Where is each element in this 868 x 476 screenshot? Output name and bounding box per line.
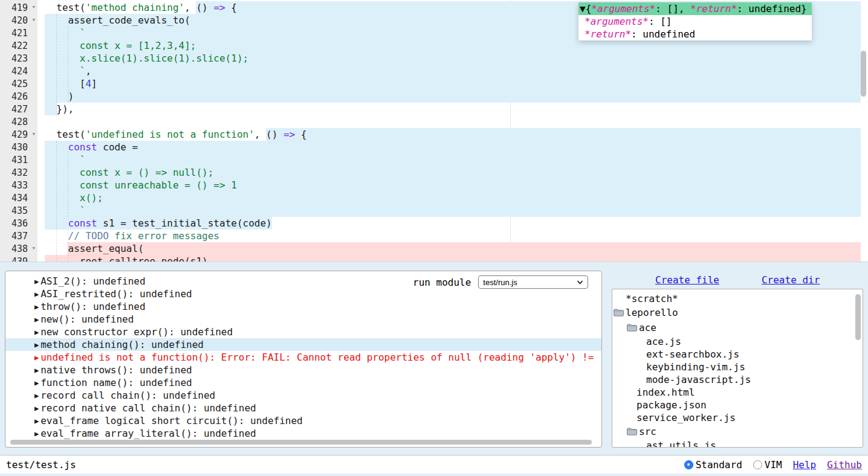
keybinding-mode-vim[interactable]: VIM [753,459,782,471]
file-tree-file[interactable]: ast_utils.js [612,439,863,448]
fold-arrow[interactable]: ▾ [31,130,36,138]
file-list: *scratch*leporelloaceace.jsext-searchbox… [612,292,863,448]
test-result-item[interactable]: ▶new constructor expr(): undefined [5,326,601,338]
file-tree-file[interactable]: service_worker.js [612,411,863,424]
code-line[interactable]: ` [45,204,868,217]
console-scrollbar-thumb[interactable] [10,440,592,445]
radio-button[interactable] [753,460,762,469]
code-line[interactable]: const code = [45,141,868,153]
file-tree-file[interactable]: ace.js [612,335,863,348]
file-name: leporello [626,307,678,318]
run-module-label: run module [413,277,471,288]
code-line[interactable]: const unreachable = () => 1 [45,179,868,191]
value-tooltip-entry[interactable]: *return*: undefined [578,28,812,40]
test-result-item[interactable]: ▶new(): undefined [5,313,601,326]
code-line[interactable]: }), [45,103,868,115]
file-tree-file[interactable]: *scratch* [612,292,863,305]
create-dir-link[interactable]: Create dir [762,274,820,286]
code-line[interactable]: `, [45,65,868,77]
github-link[interactable]: Github [827,459,862,471]
file-tree-header: Create file Create dir [612,271,863,289]
expand-arrow-icon[interactable]: ▶ [34,277,39,286]
expand-arrow-icon[interactable]: ▶ [34,328,39,336]
file-tree-file[interactable]: ext-searchbox.js [612,348,863,361]
chevron-down-icon [577,280,583,285]
file-tree-folder[interactable]: src [612,424,863,439]
create-file-link[interactable]: Create file [655,274,719,286]
code-line[interactable]: x(); [45,191,868,204]
help-link[interactable]: Help [793,459,817,471]
expand-arrow-icon[interactable]: ▶ [34,429,39,438]
code-line[interactable]: const s1 = test_initial_state(code) [45,217,868,230]
code-line[interactable]: root_calltree_node(s1) [45,255,868,262]
line-number: 425 [0,77,37,90]
test-result-item[interactable]: ▶eval_frame array_literal(): undefined [5,427,601,440]
file-tree-file[interactable]: keybinding-vim.js [612,361,863,373]
console-panel: ▶ASI_2(): undefined▶ASI_restrited(): und… [5,271,602,448]
file-tree-folder[interactable]: leporello [612,305,863,320]
file-name: ext-searchbox.js [646,349,739,360]
line-number: 422 [0,39,37,52]
line-number: 436 [0,217,37,230]
value-tooltip-entry[interactable]: *arguments*: [] [578,15,812,28]
file-tree-file[interactable]: package.json [612,399,863,411]
expand-arrow-icon[interactable]: ▶ [34,290,39,298]
code-line[interactable]: ` [45,153,868,166]
line-number: 439 [0,255,37,262]
expand-arrow-icon[interactable]: ▶ [34,353,39,362]
file-name: ast_utils.js [646,440,716,448]
folder-icon [627,428,637,436]
expand-arrow-icon[interactable]: ▶ [34,366,39,375]
line-number: 430 [0,141,37,153]
line-number: 426 [0,90,37,103]
code-line[interactable]: // TODO fix error messages [45,230,868,242]
test-result-item[interactable]: ▶function name(): undefined [5,376,601,389]
code-line[interactable]: ) [45,90,868,103]
editor-scrollbar-thumb[interactable] [861,51,866,97]
expand-arrow-icon[interactable]: ▶ [34,303,39,311]
code-line[interactable]: x.slice(1).slice(1).slice(1); [45,52,868,65]
test-result-item[interactable]: ▶throw(): undefined [5,300,601,313]
value-tooltip: ▼{*arguments*: [], *return*: undefined} … [578,2,812,40]
radio-button[interactable] [684,460,693,469]
expand-arrow-icon[interactable]: ▶ [34,391,39,400]
file-tree-file[interactable]: index.html [612,386,863,399]
expand-arrow-icon[interactable]: ▶ [34,417,39,425]
fold-arrow[interactable]: ▾ [31,16,36,24]
test-result-item[interactable]: ▶eval_frame logical short circuit(): und… [5,414,601,427]
file-name: index.html [636,387,695,398]
test-result-item[interactable]: ▶record call chain(): undefined [5,389,601,402]
code-line[interactable]: assert_equal( [45,242,868,255]
expand-arrow-icon[interactable]: ▶ [34,315,39,324]
line-number: 420▾ [0,14,37,27]
test-result-item[interactable]: ▶method chaining(): undefined [5,338,601,351]
code-line[interactable]: test('undefined is not a function', () =… [45,128,868,141]
keybinding-mode-standard[interactable]: Standard [684,459,742,471]
file-name: package.json [636,399,707,411]
file-name: ace [639,322,656,333]
code-line[interactable]: const x = () => null(); [45,166,868,179]
run-module-select[interactable]: test/run.js [478,275,588,289]
expand-arrow-icon[interactable]: ▶ [34,341,39,349]
test-result-item[interactable]: ▶undefined is not a function(): Error: F… [5,351,601,364]
test-result-item[interactable]: ▶record native call chain(): undefined [5,402,601,414]
expand-arrow-icon[interactable]: ▶ [34,379,39,387]
test-result-item[interactable]: ▶native throws(): undefined [5,364,601,376]
code-line[interactable]: const x = [1,2,3,4]; [45,39,868,52]
code-line[interactable] [45,115,868,128]
file-tree-folder[interactable]: ace [612,320,863,335]
file-tree-panel: *scratch*leporelloaceace.jsext-searchbox… [612,289,863,448]
folder-icon [614,309,624,317]
file-tree-scrollbar-thumb[interactable] [855,294,861,340]
value-tooltip-header[interactable]: ▼{*arguments*: [], *return*: undefined} [578,2,812,15]
run-module-control: run module test/run.js [413,275,588,289]
fold-arrow[interactable]: ▾ [31,3,36,11]
file-tree-file[interactable]: mode-javascript.js [612,373,863,386]
code-line[interactable]: [4] [45,77,868,90]
test-result-item[interactable]: ▶ASI_restrited(): undefined [5,288,601,300]
file-name: src [639,426,656,437]
fold-arrow[interactable]: ▾ [31,244,36,252]
run-module-value: test/run.js [483,278,517,287]
expand-arrow-icon[interactable]: ▶ [34,404,39,413]
file-name: *scratch* [626,293,678,304]
